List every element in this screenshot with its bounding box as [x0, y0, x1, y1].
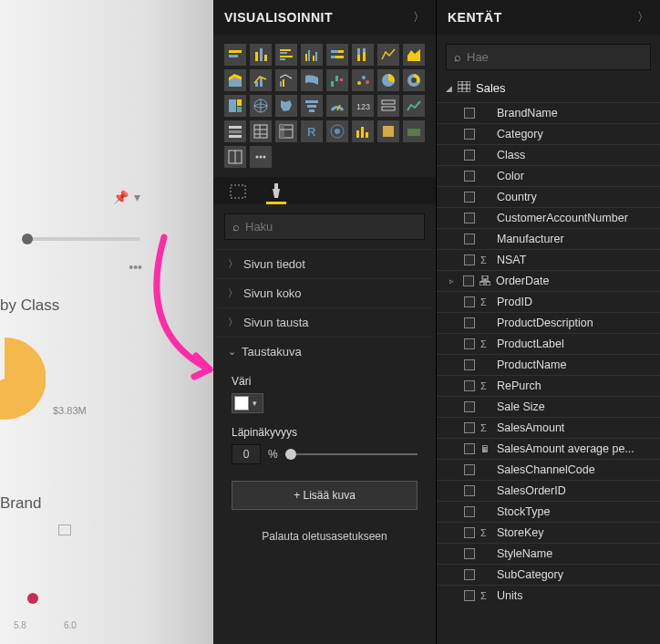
field-checkbox[interactable]	[464, 192, 475, 203]
section-wallpaper[interactable]: ⌄ Taustakuva	[217, 337, 432, 366]
field-row[interactable]: ProductDescription	[437, 312, 660, 333]
fields-search-input[interactable]	[467, 50, 643, 64]
field-checkbox[interactable]	[464, 464, 475, 475]
slicer-slider[interactable]	[22, 237, 140, 241]
field-row[interactable]: Sale Size	[437, 396, 660, 417]
stacked-area-icon[interactable]	[224, 69, 246, 91]
field-checkbox[interactable]	[464, 338, 475, 349]
table-icon[interactable]	[250, 120, 272, 142]
section-page-size[interactable]: 〉 Sivun koko	[217, 278, 432, 307]
field-row[interactable]: Color	[437, 165, 660, 186]
area-chart-icon[interactable]	[403, 44, 425, 66]
field-row[interactable]: ΣRePurch	[437, 375, 660, 396]
fields-search[interactable]: ⌕	[446, 44, 651, 70]
field-row[interactable]: StyleName	[437, 543, 660, 564]
line-column-icon[interactable]	[250, 69, 272, 91]
clustered-bar-icon[interactable]	[275, 44, 297, 66]
field-row[interactable]: ΣProductLabel	[437, 333, 660, 354]
field-checkbox[interactable]	[464, 485, 475, 496]
field-row[interactable]: SalesOrderID	[437, 480, 660, 501]
color-picker-button[interactable]: ▾	[232, 393, 263, 413]
field-row[interactable]: Country	[437, 186, 660, 207]
field-checkbox[interactable]	[464, 129, 475, 140]
field-row[interactable]: ΣNSAT	[437, 249, 660, 270]
field-checkbox[interactable]	[464, 590, 475, 601]
field-checkbox[interactable]	[464, 171, 475, 182]
custom-visual-4-icon[interactable]	[224, 146, 246, 168]
kpi-icon[interactable]	[403, 95, 425, 117]
field-checkbox[interactable]	[464, 443, 475, 454]
field-checkbox[interactable]	[464, 506, 475, 517]
chevron-down-icon[interactable]: ▾	[134, 190, 140, 204]
field-checkbox[interactable]	[464, 150, 475, 161]
filled-map-icon[interactable]	[275, 95, 297, 117]
transparency-slider[interactable]	[285, 453, 418, 455]
chevron-right-icon[interactable]: 〉	[413, 9, 425, 26]
transparency-input[interactable]	[232, 444, 261, 464]
field-row[interactable]: ▹OrderDate	[437, 270, 660, 291]
field-checkbox[interactable]	[464, 527, 475, 538]
hundred-stacked-column-icon[interactable]	[352, 44, 374, 66]
card-icon[interactable]: 123	[352, 95, 374, 117]
map-icon[interactable]	[250, 95, 272, 117]
ribbon-chart-icon[interactable]	[301, 69, 323, 91]
restore-defaults-link[interactable]: Palauta oletusasetukseen	[232, 530, 418, 543]
field-row[interactable]: BrandName	[437, 102, 660, 123]
field-checkbox[interactable]	[463, 275, 474, 286]
more-options-icon[interactable]: •••	[129, 260, 142, 275]
field-checkbox[interactable]	[464, 422, 475, 433]
custom-visual-2-icon[interactable]	[377, 120, 399, 142]
pin-icon[interactable]: 📌	[113, 190, 129, 204]
field-checkbox[interactable]	[464, 548, 475, 559]
section-page-info[interactable]: 〉 Sivun tiedot	[217, 249, 432, 278]
r-visual-icon[interactable]: R	[301, 120, 323, 142]
funnel-icon[interactable]	[301, 95, 323, 117]
pie-chart-visual[interactable]	[0, 338, 46, 420]
field-checkbox[interactable]	[464, 234, 475, 244]
field-checkbox[interactable]	[464, 296, 475, 307]
line-clustered-column-icon[interactable]	[275, 69, 297, 91]
stacked-column-icon[interactable]	[250, 44, 272, 66]
slicer-icon[interactable]	[224, 120, 246, 142]
field-row[interactable]: Manufacturer	[437, 228, 660, 249]
visualizations-panel-header[interactable]: VISUALISOINNIT 〉	[213, 0, 436, 35]
field-row[interactable]: ΣProdID	[437, 291, 660, 312]
treemap-icon[interactable]	[224, 95, 246, 117]
pie-chart-icon[interactable]	[377, 69, 399, 91]
clustered-column-icon[interactable]	[301, 44, 323, 66]
fields-tab-icon[interactable]	[228, 184, 248, 204]
more-visuals-icon[interactable]	[250, 146, 272, 168]
field-row[interactable]: SalesChannelCode	[437, 459, 660, 480]
field-checkbox[interactable]	[464, 213, 475, 223]
field-row[interactable]: SubCategory	[437, 564, 660, 585]
field-row[interactable]: Class	[437, 144, 660, 165]
field-checkbox[interactable]	[464, 359, 475, 370]
custom-visual-1-icon[interactable]	[352, 120, 374, 142]
hundred-stacked-bar-icon[interactable]	[326, 44, 348, 66]
arcgis-icon[interactable]	[326, 120, 348, 142]
table-header[interactable]: ◢ Sales	[437, 74, 660, 102]
format-search-input[interactable]	[245, 220, 417, 234]
chevron-right-icon[interactable]: 〉	[637, 9, 649, 26]
gauge-icon[interactable]	[326, 95, 348, 117]
section-page-background[interactable]: 〉 Sivun tausta	[217, 307, 432, 337]
field-row[interactable]: CustomerAccountNumber	[437, 207, 660, 228]
field-row[interactable]: ProductName	[437, 354, 660, 375]
field-checkbox[interactable]	[464, 254, 475, 265]
multi-row-card-icon[interactable]	[377, 95, 399, 117]
stacked-bar-icon[interactable]	[224, 44, 246, 66]
focus-mode-icon[interactable]	[58, 525, 71, 535]
waterfall-icon[interactable]	[326, 69, 348, 91]
field-row[interactable]: ΣSalesAmount	[437, 417, 660, 438]
fields-panel-header[interactable]: KENTÄT 〉	[437, 0, 660, 35]
field-row[interactable]: 🖩SalesAmount average pe...	[437, 438, 660, 459]
matrix-icon[interactable]	[275, 120, 297, 142]
format-search[interactable]: ⌕	[224, 213, 425, 240]
field-checkbox[interactable]	[464, 401, 475, 412]
field-checkbox[interactable]	[464, 108, 475, 119]
field-row[interactable]: ΣStoreKey	[437, 522, 660, 543]
scatter-icon[interactable]	[352, 69, 374, 91]
custom-visual-3-icon[interactable]	[403, 120, 425, 142]
line-chart-icon[interactable]	[377, 44, 399, 66]
field-checkbox[interactable]	[464, 317, 475, 328]
